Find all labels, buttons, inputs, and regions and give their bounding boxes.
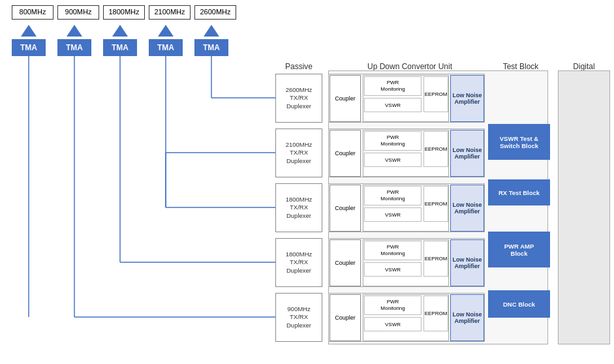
antenna-2	[67, 25, 82, 37]
antenna-4	[158, 25, 174, 37]
freq-1800: 1800MHz	[103, 5, 145, 20]
coupler-1800a: Coupler	[330, 185, 361, 232]
lna-2100: Low Noise Amplifier	[450, 130, 484, 177]
freq-2600: 2600MHz	[194, 5, 236, 20]
eeprom-1800a: EEPROM	[423, 186, 448, 222]
tma-3: TMA	[103, 39, 137, 56]
coupler-2600: Coupler	[330, 75, 361, 122]
freq-800: 800MHz	[12, 5, 54, 20]
antenna-1	[21, 25, 37, 37]
dnc-block: DNC Block	[488, 290, 550, 318]
duplexer-2100: 2100MHzTX/RXDuplexer	[275, 129, 322, 177]
pwr-mon-1800b: PWRMonitoring	[364, 241, 422, 260]
eeprom-900: EEPROM	[423, 296, 448, 331]
diagram: 800MHz 900MHz 1800MHz 2100MHz 2600MHz TM…	[0, 0, 614, 364]
rx-test-block: RX Test Block	[488, 179, 550, 205]
row-1800b: Coupler PWRMonitoring VSWR EEPROM Low No…	[328, 238, 485, 287]
eeprom-2100: EEPROM	[423, 131, 448, 167]
dcu-container	[558, 70, 610, 344]
eeprom-1800b: EEPROM	[423, 241, 448, 277]
duplexer-1800a: 1800MHzTX/RXDuplexer	[275, 183, 322, 232]
inner-group-1800a: PWRMonitoring VSWR EEPROM	[363, 185, 449, 232]
lna-1800b: Low Noise Amplifier	[450, 239, 484, 286]
vswr-1800b: VSWR	[364, 262, 422, 277]
lna-1800a: Low Noise Amplifier	[450, 185, 484, 232]
coupler-1800b: Coupler	[330, 239, 361, 286]
udcu-label: Up Down Convertor Unit	[328, 62, 491, 71]
inner-group-1800b: PWRMonitoring VSWR EEPROM	[363, 239, 449, 286]
lna-2600: Low Noise Amplifier	[450, 75, 484, 122]
lna-900: Low Noise Amplifier	[450, 294, 484, 341]
coupler-900: Coupler	[330, 294, 361, 341]
row-1800a: Coupler PWRMonitoring VSWR EEPROM Low No…	[328, 183, 485, 232]
inner-group-2600: PWRMonitoring VSWR EEPROM	[363, 75, 449, 122]
vswr-2100: VSWR	[364, 153, 422, 167]
pwr-mon-1800a: PWRMonitoring	[364, 186, 422, 205]
vswr-1800a: VSWR	[364, 207, 422, 222]
row-2100: Coupler PWRMonitoring VSWR EEPROM Low No…	[328, 129, 485, 177]
test-block-label: Test Block	[488, 62, 553, 71]
vswr-2600: VSWR	[364, 98, 422, 112]
tma-1: TMA	[12, 39, 46, 56]
eeprom-2600: EEPROM	[423, 76, 448, 112]
row-900: Coupler PWRMonitoring VSWR EEPROM Low No…	[328, 293, 485, 342]
pwr-mon-900: PWRMonitoring	[364, 296, 422, 315]
duplexer-900: 900MHzTX/RXDuplexer	[275, 293, 322, 342]
freq-2100: 2100MHz	[149, 5, 191, 20]
duplexer-1800b: 1800MHzTX/RXDuplexer	[275, 238, 322, 287]
inner-group-2100: PWRMonitoring VSWR EEPROM	[363, 130, 449, 177]
coupler-2100: Coupler	[330, 130, 361, 177]
pwr-mon-2100: PWRMonitoring	[364, 131, 422, 151]
pwr-amp-block: PWR AMPBlock	[488, 232, 550, 267]
row-2600: Coupler PWRMonitoring VSWR EEPROM Low No…	[328, 74, 485, 123]
inner-group-900: PWRMonitoring VSWR EEPROM	[363, 294, 449, 341]
tma-4: TMA	[149, 39, 183, 56]
tma-5: TMA	[194, 39, 228, 56]
duplexer-2600: 2600MHzTX/RXDuplexer	[275, 74, 322, 123]
antenna-3	[112, 25, 128, 37]
pwr-mon-2600: PWRMonitoring	[364, 76, 422, 96]
freq-900: 900MHz	[57, 5, 99, 20]
tma-2: TMA	[57, 39, 91, 56]
passive-label: Passive	[275, 62, 322, 71]
vswr-test-switch-block: VSWR Test &Switch Block	[488, 124, 550, 160]
antenna-5	[204, 25, 219, 37]
vswr-900: VSWR	[364, 317, 422, 331]
